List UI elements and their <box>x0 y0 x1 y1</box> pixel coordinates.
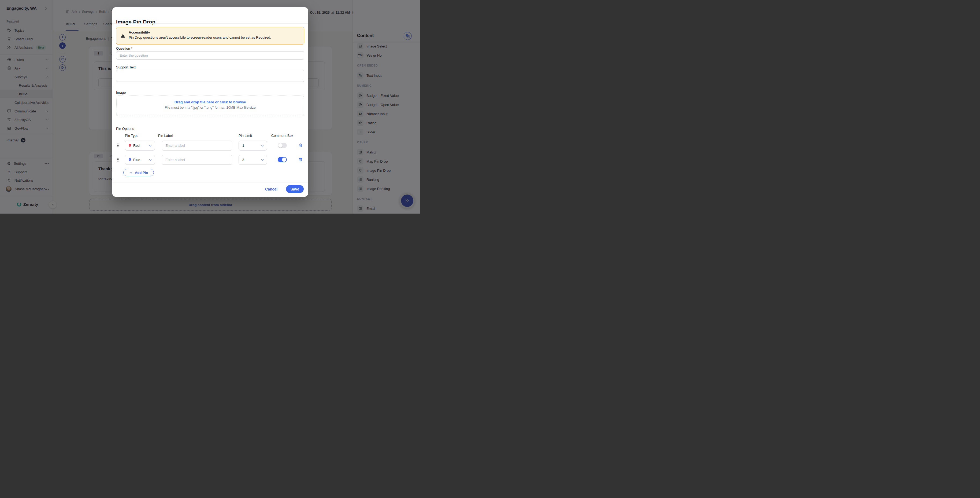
divider <box>112 23 308 24</box>
plus-icon <box>129 171 133 174</box>
question-label: Question * <box>116 46 132 50</box>
chevron-down-icon <box>261 144 264 148</box>
file-upload-dropzone[interactable]: Drag and drop file here or click to brow… <box>116 96 304 116</box>
pin-limit-value: 1 <box>242 144 244 148</box>
pin-row: Blue 3 <box>112 155 308 165</box>
pin-limit-value: 3 <box>242 158 244 162</box>
upload-hint: File must be in a ".jpg" or ".png" forma… <box>116 105 304 110</box>
pin-label-input[interactable] <box>162 140 232 150</box>
pin-type-select[interactable]: Blue <box>125 155 155 165</box>
upload-cta[interactable]: Drag and drop file here or click to brow… <box>116 100 304 104</box>
question-input[interactable] <box>116 51 304 59</box>
app-window: Engagecity, WA Featured Topics Smart Fee… <box>0 0 420 214</box>
alert-title: Accessibility <box>129 30 150 34</box>
add-pin-button[interactable]: Add Pin <box>123 169 154 176</box>
pin-type-value: Blue <box>133 158 140 162</box>
pin-limit-select[interactable]: 3 <box>239 155 267 165</box>
chevron-down-icon <box>148 144 152 148</box>
comment-box-toggle[interactable] <box>278 157 287 162</box>
support-text-label: Support Text <box>116 65 136 69</box>
column-comment-box: Comment Box <box>271 134 293 138</box>
image-label: Image <box>116 90 126 94</box>
drag-handle-icon[interactable] <box>116 157 119 162</box>
modal-title: Image Pin Drop <box>116 19 156 25</box>
delete-pin-button[interactable] <box>298 143 303 148</box>
support-text-input[interactable] <box>116 70 304 82</box>
comment-box-toggle[interactable] <box>278 143 287 148</box>
modal-footer: Cancel Save <box>112 182 308 197</box>
blue-pin-icon <box>128 158 132 162</box>
save-button[interactable]: Save <box>286 185 304 193</box>
pin-label-input[interactable] <box>162 155 232 165</box>
red-pin-icon <box>128 144 132 148</box>
pin-limit-select[interactable]: 1 <box>239 140 267 150</box>
pin-type-select[interactable]: Red <box>125 140 155 150</box>
delete-pin-button[interactable] <box>298 157 303 162</box>
add-pin-label: Add Pin <box>135 171 148 175</box>
image-pin-drop-modal: Image Pin Drop Accessibility Pin Drop qu… <box>112 7 308 197</box>
pin-type-value: Red <box>133 144 140 148</box>
pin-options-label: Pin Options <box>116 127 134 131</box>
pin-row: Red 1 <box>112 140 308 150</box>
drag-handle-icon[interactable] <box>116 143 119 148</box>
column-pin-limit: Pin Limit <box>239 134 252 138</box>
warning-icon <box>120 33 126 38</box>
alert-body: Pin Drop questions aren't accessibile to… <box>129 35 271 40</box>
chevron-down-icon <box>148 158 152 162</box>
column-pin-label: Pin Label <box>158 134 173 138</box>
column-pin-type: Pin Type <box>125 134 138 138</box>
cancel-button[interactable]: Cancel <box>265 187 277 191</box>
accessibility-alert: Accessibility Pin Drop questions aren't … <box>116 27 304 45</box>
chevron-down-icon <box>261 158 264 162</box>
